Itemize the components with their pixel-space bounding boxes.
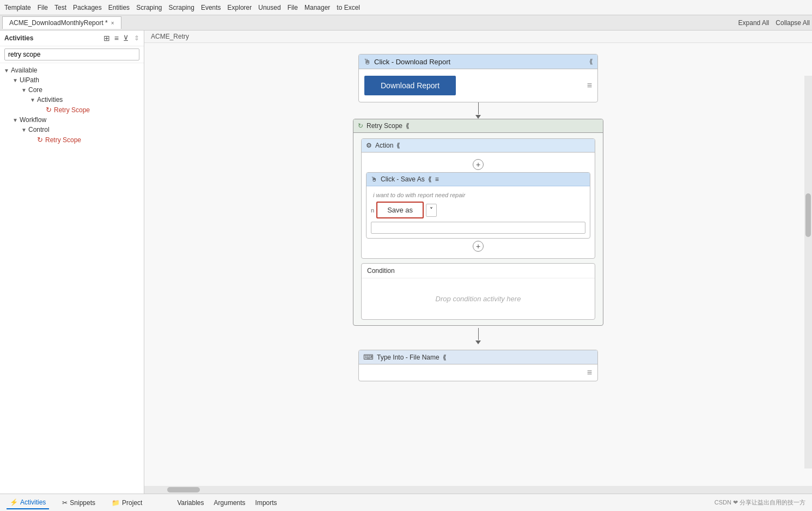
label-activities-core: Activities — [37, 96, 63, 104]
save-as-button[interactable]: Save as — [376, 202, 424, 218]
type-into-body: ≡ — [359, 364, 597, 381]
sidebar-tree: ▼ Available ▼ UiPath ▼ Core ▼ Activities — [0, 63, 144, 494]
label-uipath: UiPath — [20, 76, 39, 84]
save-n-label: n — [371, 207, 374, 214]
filter-icon[interactable]: ⊻ — [123, 34, 129, 42]
vertical-scrollbar-thumb[interactable] — [805, 193, 811, 237]
plus-circle-top[interactable]: + — [366, 157, 590, 172]
toolbar-events[interactable]: Events — [201, 4, 221, 11]
snippets-tab-label: Snippets — [70, 499, 95, 507]
add-activity-top-btn[interactable]: + — [473, 159, 484, 170]
condition-header: Condition — [362, 264, 595, 278]
bottom-tab-activities[interactable]: ⚡ Activities — [7, 496, 49, 509]
horizontal-scrollbar[interactable] — [144, 486, 812, 494]
activities-tab-icon: ⚡ — [10, 498, 18, 506]
toolbar-scraping1[interactable]: Scraping — [136, 4, 162, 11]
click-save-menu-btn[interactable]: ≡ — [435, 175, 439, 183]
action-body: + 🖱 Click - Save As ⟪ ≡ — [362, 153, 595, 258]
list-icon[interactable]: ≡ — [114, 34, 119, 42]
sidebar: Activities ⊞ ≡ ⊻ ⇕ ▼ Available ▼ UiPath — [0, 31, 144, 494]
toolbar-test[interactable]: Test — [54, 4, 66, 11]
bottom-tab-snippets[interactable]: ✂ Snippets — [59, 497, 99, 509]
expand-all-btn[interactable]: Expand All — [738, 19, 770, 27]
retry-scope-body: ⚙ Action ⟪ + — [353, 133, 603, 325]
sidebar-search-area — [0, 46, 144, 63]
click-download-title: Click - Download Report — [374, 58, 586, 66]
tree-activities-core[interactable]: ▼ Activities — [0, 95, 144, 105]
save-as-row: n Save as ˅ — [371, 202, 585, 218]
editor-bottom-tabs: Variables Arguments Imports — [177, 499, 277, 507]
plus-circle-bottom[interactable]: + — [366, 239, 590, 254]
action-collapse-btn[interactable]: ⟪ — [396, 142, 400, 149]
toolbar-toexcel[interactable]: to Excel — [337, 4, 360, 11]
grid-icon[interactable]: ⊞ — [103, 34, 110, 42]
add-activity-bottom-btn[interactable]: + — [473, 241, 484, 252]
type-into-header: ⌨ Type Into - File Name ⟪ — [359, 350, 597, 364]
tree-retry-scope-core[interactable]: ↻ Retry Scope — [0, 105, 144, 115]
click-download-body: Download Report ≡ — [359, 69, 597, 102]
canvas[interactable]: 🖱 Click - Download Report ⟪ Download Rep… — [144, 43, 812, 486]
project-tab-label: Project — [122, 499, 142, 507]
horizontal-scrollbar-thumb[interactable] — [167, 487, 200, 492]
action-container: ⚙ Action ⟪ + — [361, 138, 595, 259]
label-core: Core — [28, 86, 42, 94]
toggle-workflow[interactable]: ▼ — [11, 117, 20, 123]
tree-retry-scope-workflow[interactable]: ↻ Retry Scope — [0, 135, 144, 145]
active-tab[interactable]: ACME_DownloadMonthlyReport * × — [2, 16, 121, 29]
main-layout: Activities ⊞ ≡ ⊻ ⇕ ▼ Available ▼ UiPath — [0, 31, 812, 494]
click-save-icon: 🖱 — [371, 175, 377, 183]
tree-control[interactable]: ▼ Control — [0, 125, 144, 135]
toggle-activities-core[interactable]: ▼ — [28, 97, 37, 103]
variables-tab[interactable]: Variables — [177, 499, 204, 507]
sidebar-drag-icon: ⇕ — [134, 34, 139, 42]
tab-close-icon[interactable]: × — [111, 20, 114, 26]
download-report-button[interactable]: Download Report — [364, 76, 456, 95]
type-into-icon: ⌨ — [363, 353, 374, 361]
canvas-content: 🖱 Click - Download Report ⟪ Download Rep… — [144, 43, 812, 392]
download-menu-icon[interactable]: ≡ — [587, 81, 592, 90]
toolbar-file2[interactable]: File — [288, 4, 298, 11]
condition-drop-zone[interactable]: Drop condition activity here — [362, 278, 595, 319]
toolbar-unused[interactable]: Unused — [258, 4, 280, 11]
toggle-uipath[interactable]: ▼ — [11, 77, 20, 83]
tree-workflow[interactable]: ▼ Workflow — [0, 115, 144, 125]
retry-scope-title: Retry Scope — [367, 122, 402, 130]
toolbar-manager[interactable]: Manager — [304, 4, 330, 11]
retry-scope-collapse-btn[interactable]: ⟪ — [406, 122, 410, 130]
type-into-menu-btn[interactable]: ≡ — [587, 368, 592, 378]
tree-uipath[interactable]: ▼ UiPath — [0, 75, 144, 85]
click-download-collapse-btn[interactable]: ⟪ — [589, 58, 593, 65]
toolbar-template[interactable]: Template — [4, 4, 31, 11]
bottom-tab-project[interactable]: 📁 Project — [108, 497, 145, 509]
toolbar-file[interactable]: File — [38, 4, 48, 11]
bottom-right-text: CSDN ❤ 分享让益出自用的技一方 — [715, 498, 805, 507]
sidebar-toolbar-icons: ⊞ ≡ ⊻ — [103, 34, 129, 42]
tree-available[interactable]: ▼ Available — [0, 65, 144, 75]
imports-tab[interactable]: Imports — [255, 499, 277, 507]
activities-tab-label: Activities — [20, 498, 46, 506]
click-save-body: i want to do with report need repair n S… — [367, 186, 590, 238]
activities-label: Activities — [4, 34, 98, 42]
vertical-scrollbar-track — [804, 76, 812, 469]
tree-core[interactable]: ▼ Core — [0, 85, 144, 95]
toggle-control[interactable]: ▼ — [20, 127, 28, 133]
type-into-collapse-btn[interactable]: ⟪ — [443, 354, 447, 361]
canvas-wrapper: ACME_Retry 🖱 Click - Download Report ⟪ D… — [144, 31, 812, 494]
retry-scope-header: ↻ Retry Scope ⟪ — [353, 119, 603, 133]
click-download-header: 🖱 Click - Download Report ⟪ — [359, 54, 597, 69]
retry-scope-icon: ↻ — [358, 122, 363, 130]
arguments-tab[interactable]: Arguments — [214, 499, 246, 507]
save-dropdown-btn[interactable]: ˅ — [426, 204, 437, 217]
click-save-collapse-btn[interactable]: ⟪ — [428, 175, 432, 183]
toggle-core[interactable]: ▼ — [20, 87, 28, 93]
collapse-all-btn[interactable]: Collapse All — [776, 19, 810, 27]
toolbar-entities[interactable]: Entities — [108, 4, 130, 11]
toolbar-scraping2[interactable]: Scraping — [169, 4, 194, 11]
click-save-title: Click - Save As — [381, 175, 425, 183]
project-tab-icon: 📁 — [112, 499, 120, 507]
toolbar-explorer[interactable]: Explorer — [228, 4, 252, 11]
toggle-available[interactable]: ▼ — [2, 68, 11, 74]
search-input[interactable] — [4, 48, 139, 60]
click-save-header: 🖱 Click - Save As ⟪ ≡ — [367, 173, 590, 186]
toolbar-packages[interactable]: Packages — [73, 4, 102, 11]
